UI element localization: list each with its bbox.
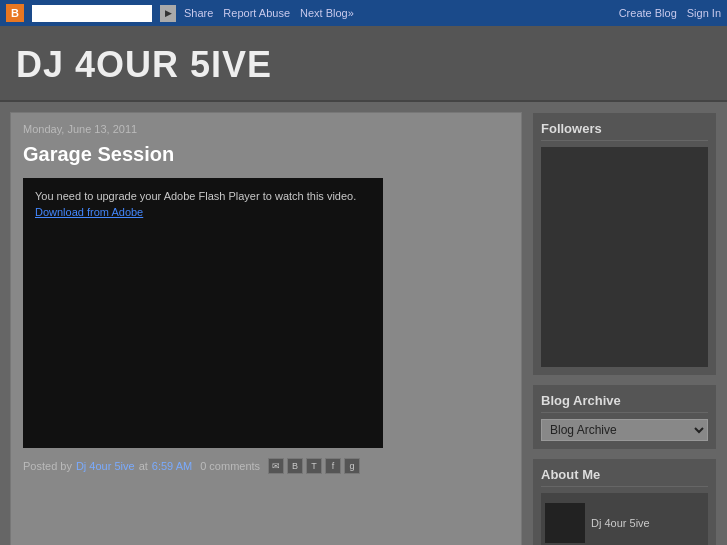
video-upgrade-text: You need to upgrade your Adobe Flash Pla… <box>35 190 356 202</box>
about-me-area: Dj 4our 5ive <box>541 493 708 545</box>
nav-links: Share Report Abuse Next Blog» <box>184 7 354 19</box>
post-footer: Posted by Dj 4our 5ive at 6:59 AM 0 comm… <box>23 458 509 474</box>
post-date: Monday, June 13, 2011 <box>23 123 509 135</box>
search-button[interactable]: ▶ <box>160 5 176 22</box>
followers-area <box>541 147 708 367</box>
report-abuse-link[interactable]: Report Abuse <box>223 7 290 19</box>
search-input[interactable] <box>32 5 152 22</box>
video-container: You need to upgrade your Adobe Flash Pla… <box>23 178 383 448</box>
sign-in-link[interactable]: Sign In <box>687 7 721 19</box>
post-time-link[interactable]: 6:59 AM <box>152 460 192 472</box>
sidebar: Followers Blog Archive Blog Archive Abou… <box>532 112 717 545</box>
create-blog-link[interactable]: Create Blog <box>619 7 677 19</box>
video-download-link[interactable]: Download from Adobe <box>35 206 143 218</box>
about-me-title: About Me <box>541 467 708 487</box>
next-blog-link[interactable]: Next Blog» <box>300 7 354 19</box>
share-twitter-icon[interactable]: T <box>306 458 322 474</box>
main-layout: Monday, June 13, 2011 Garage Session You… <box>0 102 727 545</box>
share-blogger-icon[interactable]: B <box>287 458 303 474</box>
about-me-name: Dj 4our 5ive <box>591 517 650 529</box>
comment-count: 0 comments <box>200 460 260 472</box>
followers-title: Followers <box>541 121 708 141</box>
top-navbar: B ▶ Share Report Abuse Next Blog» Create… <box>0 0 727 26</box>
about-me-widget: About Me Dj 4our 5ive <box>532 458 717 545</box>
share-facebook-icon[interactable]: f <box>325 458 341 474</box>
followers-widget: Followers <box>532 112 717 376</box>
posted-by-label: Posted by <box>23 460 72 472</box>
at-label: at <box>139 460 148 472</box>
blog-header: DJ 4OUR 5IVE <box>0 26 727 102</box>
content-area: Monday, June 13, 2011 Garage Session You… <box>10 112 522 545</box>
share-icons: ✉ B T f g <box>268 458 360 474</box>
post-title: Garage Session <box>23 143 509 166</box>
share-google-icon[interactable]: g <box>344 458 360 474</box>
archive-select[interactable]: Blog Archive <box>541 419 708 441</box>
blog-archive-widget: Blog Archive Blog Archive <box>532 384 717 450</box>
share-link[interactable]: Share <box>184 7 213 19</box>
right-nav-links: Create Blog Sign In <box>619 7 721 19</box>
archive-title: Blog Archive <box>541 393 708 413</box>
blogger-logo: B <box>6 4 24 22</box>
blog-title: DJ 4OUR 5IVE <box>16 44 711 86</box>
share-email-icon[interactable]: ✉ <box>268 458 284 474</box>
author-link[interactable]: Dj 4our 5ive <box>76 460 135 472</box>
avatar <box>545 503 585 543</box>
